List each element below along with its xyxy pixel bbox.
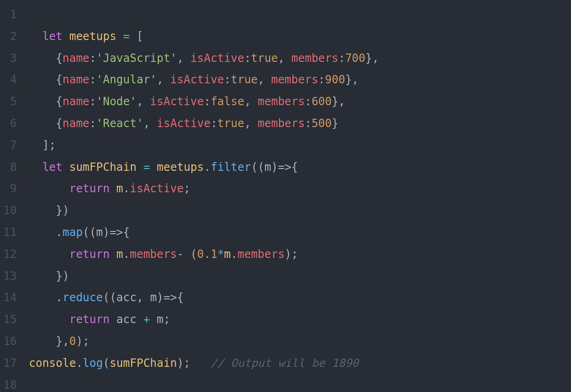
code-content: })	[29, 265, 69, 287]
code-line[interactable]: 16 },0);	[0, 331, 571, 352]
code-content: .reduce((acc, m)=>{	[29, 287, 184, 309]
code-line[interactable]: 9 return m.isActive;	[0, 178, 571, 200]
code-content: {name:'Node', isActive:false, members:60…	[29, 91, 345, 113]
code-line[interactable]: 8 let sumFPChain = meetups.filter((m)=>{	[0, 156, 571, 178]
line-number: 14	[0, 287, 29, 309]
line-number: 13	[0, 265, 29, 287]
code-editor[interactable]: 1 2 let meetups = [ 3 {name:'JavaScript'…	[0, 4, 571, 392]
code-line[interactable]: 7 ];	[0, 135, 571, 156]
code-line[interactable]: 14 .reduce((acc, m)=>{	[0, 287, 571, 309]
line-number: 17	[0, 352, 29, 374]
line-number: 10	[0, 200, 29, 222]
code-content: console.log(sumFPChain); // Output will …	[29, 352, 359, 374]
code-line[interactable]: 4 {name:'Angular', isActive:true, member…	[0, 69, 571, 91]
code-line[interactable]: 3 {name:'JavaScript', isActive:true, mem…	[0, 47, 571, 69]
code-content: return acc + m;	[29, 309, 170, 331]
code-content: {name:'JavaScript', isActive:true, membe…	[29, 47, 379, 69]
line-number: 4	[0, 69, 29, 91]
line-number: 12	[0, 243, 29, 265]
line-number: 1	[0, 4, 29, 26]
code-line[interactable]: 5 {name:'Node', isActive:false, members:…	[0, 91, 571, 113]
line-number: 9	[0, 178, 29, 200]
code-content: return m.members- (0.1*m.members);	[29, 243, 298, 265]
code-content: },0);	[29, 331, 89, 352]
code-line[interactable]: 1	[0, 4, 571, 26]
code-line[interactable]: 13 })	[0, 265, 571, 287]
code-line[interactable]: 6 {name:'React', isActive:true, members:…	[0, 113, 571, 135]
line-number: 7	[0, 135, 29, 156]
code-content: let sumFPChain = meetups.filter((m)=>{	[29, 156, 298, 178]
code-content: ];	[29, 135, 56, 156]
code-content: {name:'React', isActive:true, members:50…	[29, 113, 339, 135]
code-content: let meetups = [	[29, 26, 143, 47]
code-line[interactable]: 18	[0, 374, 571, 392]
line-number: 8	[0, 156, 29, 178]
code-line[interactable]: 15 return acc + m;	[0, 309, 571, 331]
line-number: 5	[0, 91, 29, 113]
code-line[interactable]: 17 console.log(sumFPChain); // Output wi…	[0, 352, 571, 374]
line-number: 3	[0, 47, 29, 69]
code-content: {name:'Angular', isActive:true, members:…	[29, 69, 359, 91]
code-content: })	[29, 200, 69, 222]
line-number: 18	[0, 374, 29, 392]
code-content: return m.isActive;	[29, 178, 190, 200]
code-line[interactable]: 10 })	[0, 200, 571, 222]
line-number: 6	[0, 113, 29, 135]
line-number: 11	[0, 222, 29, 243]
line-number: 15	[0, 309, 29, 331]
code-line[interactable]: 12 return m.members- (0.1*m.members);	[0, 243, 571, 265]
code-line[interactable]: 2 let meetups = [	[0, 26, 571, 47]
code-line[interactable]: 11 .map((m)=>{	[0, 222, 571, 243]
code-content: .map((m)=>{	[29, 222, 130, 243]
line-number: 2	[0, 26, 29, 47]
line-number: 16	[0, 331, 29, 352]
